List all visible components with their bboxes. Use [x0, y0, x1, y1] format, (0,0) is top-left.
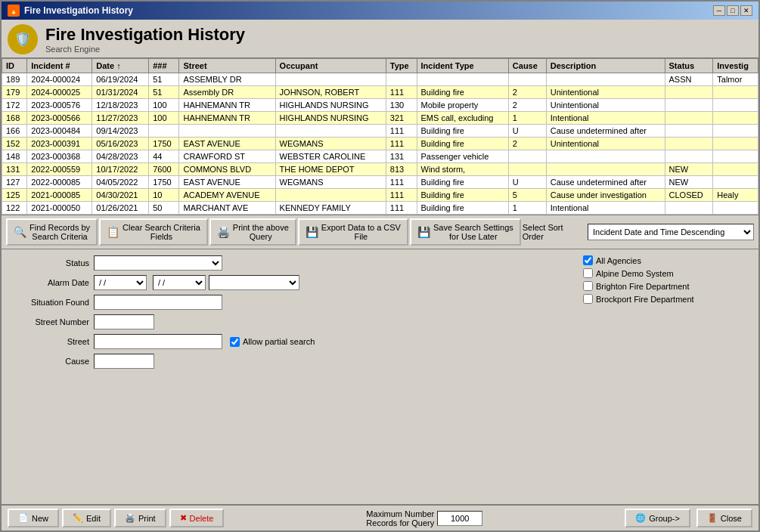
table-cell: WEBSTER CAROLINE [275, 150, 386, 163]
date-to-select[interactable]: / / [153, 275, 206, 290]
cause-row: Cause [11, 354, 571, 369]
table-row[interactable]: 1792024-00002501/31/202451Assembly DRJOH… [2, 86, 758, 99]
table-cell: Wind storm, [417, 163, 508, 176]
table-cell [713, 86, 758, 99]
date-from-select[interactable]: / / [94, 275, 147, 290]
col-incident-type[interactable]: Incident Type [417, 59, 508, 73]
cause-label: Cause [11, 357, 94, 366]
col-description[interactable]: Description [546, 59, 665, 73]
agency-brighton-checkbox[interactable] [583, 281, 593, 291]
table-row[interactable]: 1272022-00008504/05/20221750EAST AVENUEW… [2, 176, 758, 189]
table-cell: 2022-000085 [27, 176, 92, 189]
col-street[interactable]: Street [179, 59, 275, 73]
table-header-row: ID Incident # Date ↑ ### Street Occupant… [2, 59, 758, 73]
new-button[interactable]: 📄 New [8, 509, 59, 527]
table-row[interactable]: 1722023-00057612/18/2023100HAHNEMANN TRH… [2, 99, 758, 112]
street-input[interactable] [94, 334, 222, 349]
table-row[interactable]: 1222021-00005001/26/202150MARCHANT AVEKE… [2, 202, 758, 215]
table-row[interactable]: 1252021-00008504/30/202110ACADEMY AVENUE… [2, 189, 758, 202]
close-icon: 🚪 [707, 513, 718, 523]
table-cell: Passenger vehicle [417, 150, 508, 163]
table-cell: 2024-000025 [27, 86, 92, 99]
close-button[interactable]: 🚪 Close [696, 509, 752, 527]
table-cell: 130 [386, 99, 417, 112]
edit-icon: ✏️ [73, 513, 83, 523]
table-cell [179, 125, 275, 138]
col-investig[interactable]: Investig [713, 59, 758, 73]
situation-found-input[interactable] [94, 295, 222, 310]
agency-all-checkbox[interactable] [583, 255, 593, 265]
app-subtitle: Search Engine [45, 45, 245, 54]
table-row[interactable]: 1892024-00002406/19/202451ASSEMBLY DRASS… [2, 73, 758, 86]
table-cell: 152 [2, 138, 27, 150]
agency-brockport: Brockport Fire Department [583, 294, 749, 304]
clear-search-button[interactable]: 📋 Clear Search Criteria Fields [99, 218, 208, 246]
table-row[interactable]: 1522023-00039105/16/20231750EAST AVENUEW… [2, 138, 758, 150]
status-select[interactable] [94, 255, 222, 271]
table-cell: U [508, 176, 546, 189]
table-cell: 1750 [149, 138, 179, 150]
allow-partial-checkbox[interactable] [230, 337, 240, 347]
max-records-label: Maximum NumberRecords for Query [366, 509, 434, 527]
table-cell: Unintentional [546, 99, 665, 112]
table-cell [713, 163, 758, 176]
clear-icon: 📋 [107, 226, 119, 238]
close-window-button[interactable]: ✕ [740, 5, 752, 16]
situation-found-row: Situation Found [11, 295, 571, 310]
cause-input[interactable] [94, 354, 154, 369]
situation-found-label: Situation Found [11, 298, 94, 307]
table-cell [665, 138, 713, 150]
col-date[interactable]: Date ↑ [92, 59, 149, 73]
col-num[interactable]: ### [149, 59, 179, 73]
street-number-input[interactable] [94, 314, 154, 329]
group-button[interactable]: 🌐 Group-> [625, 509, 690, 527]
street-row: Street Allow partial search [11, 334, 571, 349]
table-row[interactable]: 1682023-00056611/27/2023100HAHNEMANN TRH… [2, 112, 758, 125]
table-cell: Healy [713, 189, 758, 202]
table-cell: 111 [386, 202, 417, 215]
table-row[interactable]: 1482023-00036804/28/202344CRAWFORD STWEB… [2, 150, 758, 163]
table-cell [713, 99, 758, 112]
minimize-button[interactable]: ─ [713, 5, 725, 16]
col-id[interactable]: ID [2, 59, 27, 73]
agency-alpine-checkbox[interactable] [583, 268, 593, 278]
table-cell: 2 [508, 86, 546, 99]
table-cell: KENNEDY FAMILY [275, 202, 386, 215]
max-records-input[interactable]: 1000 [437, 511, 482, 526]
find-records-button[interactable]: 🔍 Find Records by Search Criteria [6, 218, 98, 246]
window-controls: ─ □ ✕ [713, 5, 752, 16]
table-cell [713, 138, 758, 150]
print-query-button[interactable]: 🖨️ Print the above Query [209, 218, 296, 246]
bottom-bar: 📄 New ✏️ Edit 🖨️ Print ✖ Delete Maximum … [2, 504, 758, 530]
table-cell: Unintentional [546, 138, 665, 150]
table-cell [546, 150, 665, 163]
table-cell: 179 [2, 86, 27, 99]
app-logo-icon: 🛡️ [8, 24, 38, 54]
records-table-area[interactable]: ID Incident # Date ↑ ### Street Occupant… [2, 58, 758, 215]
table-cell: 2 [508, 138, 546, 150]
table-row[interactable]: 1662023-00048409/14/2023111Building fire… [2, 125, 758, 138]
export-csv-button[interactable]: 💾 Export Data to a CSV File [298, 218, 408, 246]
table-cell: 04/05/2022 [92, 176, 149, 189]
delete-button[interactable]: ✖ Delete [169, 509, 225, 527]
col-incident[interactable]: Incident # [27, 59, 92, 73]
table-cell [665, 202, 713, 215]
max-records-area: Maximum NumberRecords for Query 1000 [366, 509, 482, 527]
date-option-select[interactable] [209, 275, 299, 290]
print-icon: 🖨️ [217, 226, 230, 238]
agency-brockport-checkbox[interactable] [583, 294, 593, 304]
table-row[interactable]: 1312022-00055910/17/20227600COMMONS BLVD… [2, 163, 758, 176]
col-cause[interactable]: Cause [508, 59, 546, 73]
maximize-button[interactable]: □ [727, 5, 739, 16]
col-status[interactable]: Status [665, 59, 713, 73]
col-type[interactable]: Type [386, 59, 417, 73]
save-settings-button[interactable]: 💾 Save Search Settings for Use Later [410, 218, 521, 246]
sort-select[interactable]: Incident Date and Time Descending Incide… [588, 224, 754, 240]
table-cell [417, 73, 508, 86]
table-cell: WEGMANS [275, 176, 386, 189]
col-occupant[interactable]: Occupant [275, 59, 386, 73]
print-button[interactable]: 🖨️ Print [114, 509, 166, 527]
window-title: Fire Investigation History [24, 5, 133, 16]
edit-button[interactable]: ✏️ Edit [62, 509, 111, 527]
table-cell: 5 [508, 189, 546, 202]
